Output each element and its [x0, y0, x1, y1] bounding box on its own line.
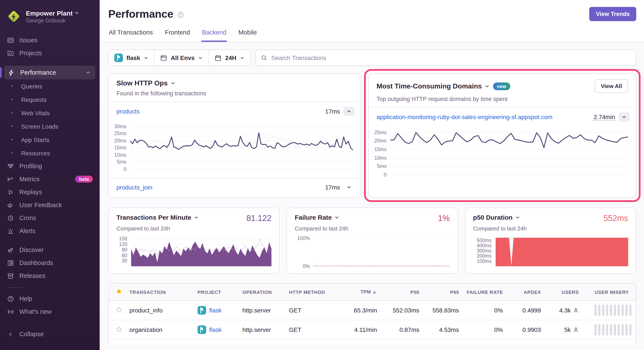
failure-rate-chart: 100%0%: [295, 236, 450, 266]
project-filter[interactable]: flask: [109, 50, 154, 66]
sidebar-item-label: Discover: [20, 246, 93, 253]
sidebar-item-issues[interactable]: Issues: [0, 34, 100, 47]
broadcast-icon: [7, 308, 14, 315]
tpm-cell: 65.3/min: [342, 307, 380, 314]
sidebar-item-replays[interactable]: Replays: [0, 186, 100, 199]
tab-backend[interactable]: Backend: [202, 29, 227, 42]
star-column-header[interactable]: [109, 288, 126, 296]
window-icon: [160, 54, 167, 62]
environment-filter[interactable]: All Envs: [154, 50, 208, 66]
star-toggle[interactable]: [109, 326, 126, 334]
chevron-up-icon[interactable]: [84, 70, 92, 75]
chevron-down-icon: [170, 81, 176, 86]
sidebar-item-releases[interactable]: Releases: [0, 269, 100, 282]
slow-http-ops-title[interactable]: Slow HTTP Ops: [116, 79, 176, 87]
chevron-up-icon: [622, 114, 627, 120]
failure-rate-widget-title[interactable]: Failure Rate: [295, 214, 340, 221]
sidebar-item-profiling[interactable]: Profiling: [0, 160, 100, 173]
tpm-widget-title[interactable]: Transactions Per Minute: [116, 214, 199, 221]
sidebar-item-web-vitals[interactable]: Web Vitals: [0, 106, 100, 120]
project-cell[interactable]: flask: [194, 306, 239, 315]
column-header-operation[interactable]: OPERATION: [239, 289, 286, 294]
date-range-filter[interactable]: 24H: [208, 50, 250, 66]
sidebar-item-resources[interactable]: Resources: [0, 146, 100, 160]
chevron-down-icon: [74, 10, 80, 16]
column-header-users[interactable]: USERS: [544, 289, 582, 294]
transactions-table: TRANSACTION PROJECT OPERATION HTTP METHO…: [108, 283, 636, 345]
table-row[interactable]: organization flask http.server GET 4.11/…: [109, 320, 636, 340]
view-trends-button[interactable]: View Trends: [590, 7, 636, 21]
slow-http-ops-subtitle: Found in the following transactions: [116, 90, 353, 97]
sidebar-item-label: Web Vitals: [21, 109, 50, 116]
domains-chart: 25ms20ms15ms10ms5ms0: [370, 129, 628, 175]
sidebar-item-label: Dashboards: [20, 259, 93, 266]
apdex-cell: 0.9903: [506, 326, 544, 333]
sidebar-item-metrics[interactable]: Metrics beta: [0, 173, 100, 186]
project-cell[interactable]: flask: [194, 325, 239, 334]
p95-cell: 558.83ms: [423, 307, 462, 314]
sidebar-collapse-button[interactable]: Collapse: [0, 327, 100, 340]
megaphone-icon: [7, 201, 14, 209]
expand-toggle-button[interactable]: [343, 183, 354, 192]
sidebar-item-queries[interactable]: Queries: [0, 79, 100, 93]
sidebar-item-alerts[interactable]: Alerts: [0, 224, 100, 237]
column-header-http-method[interactable]: HTTP METHOD: [286, 289, 342, 294]
column-header-transaction[interactable]: TRANSACTION: [126, 289, 194, 294]
sidebar-item-discover[interactable]: Discover: [0, 243, 100, 256]
user-icon: [573, 327, 579, 333]
failure-rate-cell: 0%: [462, 326, 506, 333]
sidebar-item-requests[interactable]: Requests: [0, 93, 100, 106]
highlight-ring: Most Time-Consuming Domains new View All…: [364, 69, 640, 202]
collapse-toggle-button[interactable]: [618, 112, 630, 122]
products-link[interactable]: products: [116, 108, 140, 115]
flask-project-icon: [198, 306, 206, 315]
issues-icon: [7, 37, 14, 44]
chevron-down-icon: [334, 215, 340, 220]
view-all-button[interactable]: View All: [595, 79, 628, 93]
transaction-link[interactable]: organization: [126, 326, 194, 333]
sidebar-item-projects[interactable]: Projects: [0, 47, 100, 60]
active-indicator: [0, 67, 2, 78]
tab-frontend[interactable]: Frontend: [164, 29, 190, 42]
domain-link[interactable]: application-monitoring-ruby-dot-sales-en…: [376, 114, 552, 120]
tab-all-transactions[interactable]: All Transactions: [108, 29, 153, 42]
column-header-project[interactable]: PROJECT: [194, 289, 239, 294]
sidebar-item-user-feedback[interactable]: User Feedback: [0, 199, 100, 211]
question-circle-icon[interactable]: [177, 11, 184, 18]
sidebar-item-crons[interactable]: Crons: [0, 211, 100, 224]
chevron-down-icon: [484, 84, 490, 89]
p50-duration-widget-title[interactable]: p50 Duration: [473, 214, 520, 221]
sidebar-item-screen-loads[interactable]: Screen Loads: [0, 120, 100, 133]
table-row[interactable]: product_info flask http.server GET 65.3/…: [109, 301, 636, 320]
flask-project-icon: [114, 54, 123, 62]
sidebar-item-app-starts[interactable]: App Starts: [0, 133, 100, 146]
products-join-link[interactable]: products_join: [116, 184, 152, 191]
transaction-link[interactable]: product_info: [126, 307, 194, 314]
column-header-failure-rate[interactable]: FAILURE RATE: [462, 289, 506, 294]
p50-duration-widget-subtitle: Compared to last 24h: [473, 225, 628, 232]
column-header-user-misery[interactable]: USER MISERY: [582, 289, 636, 294]
environment-filter-label: All Envs: [171, 54, 195, 61]
column-header-p50[interactable]: P50: [380, 289, 423, 294]
column-header-p95[interactable]: P95: [423, 289, 462, 294]
tpm-widget-subtitle: Compared to last 24h: [116, 225, 272, 232]
sidebar-item-performance[interactable]: Performance: [4, 66, 95, 79]
star-toggle[interactable]: [109, 306, 126, 314]
http-method-cell: GET: [286, 307, 342, 314]
collapse-toggle-button[interactable]: [343, 107, 354, 116]
play-icon: [7, 188, 14, 196]
tab-mobile[interactable]: Mobile: [238, 29, 257, 42]
sidebar-item-label: Issues: [20, 37, 93, 44]
org-user: George Gritsouk: [26, 18, 80, 24]
transaction-row-products-join: products_join 17ms: [109, 178, 360, 197]
column-header-tpm[interactable]: TPM: [342, 289, 380, 295]
org-switcher[interactable]: Empower Plant George Gritsouk: [0, 4, 100, 25]
sidebar-item-dashboards[interactable]: Dashboards: [0, 256, 100, 269]
search-input[interactable]: [271, 54, 631, 61]
chevron-up-icon: [346, 109, 352, 114]
products-join-duration: 17ms: [325, 184, 340, 191]
sidebar-item-whats-new[interactable]: What's new: [0, 305, 100, 318]
column-header-apdex[interactable]: APDEX: [506, 289, 544, 294]
sidebar-item-help[interactable]: Help: [0, 292, 100, 305]
domains-panel-title[interactable]: Most Time-Consuming Domains: [376, 82, 490, 90]
